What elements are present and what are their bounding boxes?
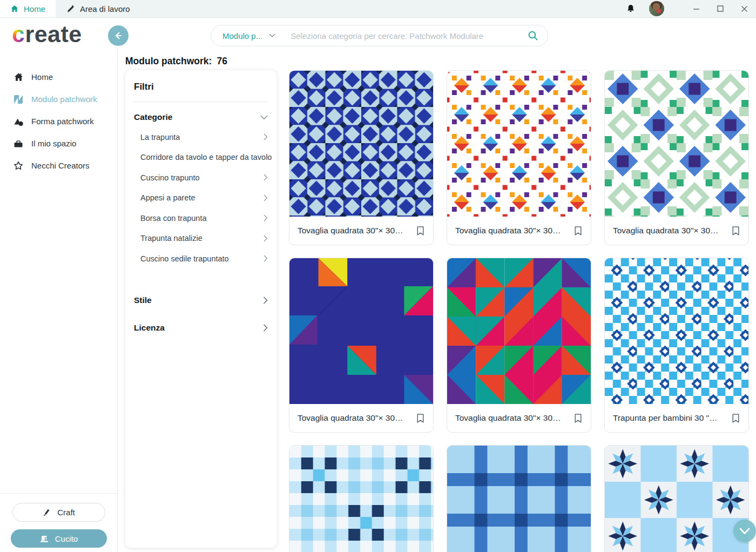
craft-blade-icon [42,508,51,517]
app-header: create Modulo p... [0,18,756,50]
licenza-label: Licenza [134,323,165,333]
logo-c: c [12,21,25,47]
category-item[interactable]: La trapunta [134,127,268,147]
sidebar-item-necchi-creators[interactable]: Necchi Creators [0,154,117,177]
category-item[interactable]: Trapunta natalizie [134,228,268,249]
title-bar: Home Area di lavoro [0,0,756,18]
tab-area-di-lavoro[interactable]: Area di lavoro [56,0,140,17]
pattern-card[interactable] [289,445,434,552]
scroll-down-button[interactable] [733,520,756,542]
card-caption-bar: Tovaglia quadrata 30"× 30… [447,404,591,432]
sidebar-nav: Home Modulo patchwork Forma patchwork Il… [0,50,117,177]
craft-label: Craft [57,508,75,517]
sidebar-item-label: Home [31,72,53,82]
close-button[interactable] [740,5,748,13]
bookmark-icon[interactable] [730,225,741,237]
pattern-card[interactable] [604,445,749,552]
pattern-card[interactable]: Tovaglia quadrata 30"× 30… [289,70,434,245]
card-caption-bar: Tovaglia quadrata 30"× 30… [605,217,748,245]
pattern-card[interactable]: Trapunta per bambini 30 "… [604,258,749,433]
arrow-left-icon [113,30,124,41]
pattern-image-blue-eye-lattice [605,258,748,404]
card-caption: Tovaglia quadrata 30"× 30… [298,226,403,235]
chevron-down-icon [739,528,750,535]
pattern-image-blue-diamond-checker [289,71,433,217]
sidebar-item-label: Modulo patchwork [31,95,97,104]
pattern-image-blue-cross-checker [289,446,433,552]
search-input[interactable] [275,31,527,41]
sidebar-item-label: Il mio spazio [31,139,76,148]
pattern-card[interactable] [447,445,591,552]
craft-mode-button[interactable]: Craft [12,503,105,522]
pattern-card[interactable]: Tovaglia quadrata 30"× 30… [604,70,749,245]
titlebar-actions [625,0,756,17]
create-logo: create [12,22,82,47]
back-button[interactable] [108,25,129,46]
chevron-right-icon [264,255,268,262]
briefcase-icon [13,138,24,149]
pattern-card[interactable]: Tovaglia quadrata 30"× 30… [447,258,591,433]
sidebar-item-label: Forma patchwork [31,117,94,126]
bookmark-icon[interactable] [730,413,741,424]
notification-bell-icon[interactable] [625,3,636,14]
stile-label: Stile [134,295,152,305]
search-category-select[interactable]: Modulo p... [222,31,262,41]
sewing-machine-icon [39,534,49,543]
card-caption-bar: Tovaglia quadrata 30"× 30… [289,404,433,432]
user-avatar[interactable] [649,1,664,16]
chevron-right-icon [264,235,268,242]
category-item[interactable]: Cuscino trapunto [134,167,268,188]
card-caption-bar: Tovaglia quadrata 30"× 30… [289,217,433,245]
window-controls [692,5,756,13]
pattern-card[interactable]: Tovaglia quadrata 30"× 30… [447,70,591,245]
bookmark-icon[interactable] [415,413,426,424]
logo-rest: reate [25,21,82,47]
home-tab-icon [10,4,19,13]
shapes-icon [13,116,24,127]
cucito-mode-button[interactable]: Cucito [11,529,107,548]
sidebar-item-label: Necchi Creators [31,161,90,170]
chevron-right-icon [264,194,268,201]
card-caption: Tovaglia quadrata 30"× 30… [298,413,403,423]
sidebar-mode-switch: Craft Cucito [0,493,117,552]
card-caption-bar: Tovaglia quadrata 30"× 30… [447,217,591,245]
minimize-button[interactable] [692,5,700,13]
chevron-right-icon [263,297,268,304]
pattern-image-green-purple-stars [605,71,748,217]
bookmark-icon[interactable] [415,225,426,237]
maximize-button[interactable] [717,5,724,12]
chevron-down-icon [260,115,268,120]
pattern-image-pinwheel-star-checker [605,446,748,552]
tab-home-label: Home [24,4,45,14]
pattern-image-blue-gingham [447,446,591,552]
category-list: La trapunta Corridore da tavolo e tapper… [134,127,268,269]
category-item[interactable]: Appesi a parete [134,188,268,208]
sidebar-item-home[interactable]: Home [0,66,117,88]
bookmark-icon[interactable] [572,225,584,237]
pattern-image-navy-scattered-triangles [289,258,433,404]
tab-home[interactable]: Home [0,0,56,17]
category-item[interactable]: Cuscino sedile trapuntato [134,248,268,269]
sidebar-item-forma-patchwork[interactable]: Forma patchwork [0,110,117,132]
filter-section-stile[interactable]: Stile [134,295,268,305]
chevron-right-icon [263,324,268,332]
filter-section-licenza[interactable]: Licenza [134,323,268,333]
chevron-right-icon [264,133,268,140]
sidebar-item-il-mio-spazio[interactable]: Il mio spazio [0,132,117,154]
pattern-card[interactable]: Tovaglia quadrata 30"× 30… [289,258,434,433]
result-count: 76 [217,56,227,66]
category-item[interactable]: Borsa con trapunta [134,208,268,228]
cucito-label: Cucito [55,534,78,543]
tab-area-label: Area di lavoro [80,4,130,14]
filter-section-categorie[interactable]: Categorie [134,112,268,122]
home-icon [13,72,24,82]
sidebar-item-modulo-patchwork[interactable]: Modulo patchwork [0,88,117,110]
page-title-text: Modulo patchwork: [125,56,212,66]
search-icon[interactable] [527,30,539,42]
page-title: Modulo patchwork:76 [125,56,227,67]
star-icon [13,160,24,171]
chevron-down-icon [269,33,275,38]
divider [134,102,268,102]
category-item[interactable]: Corridore da tavolo e tapper da tavolo [134,147,268,168]
bookmark-icon[interactable] [572,413,584,424]
